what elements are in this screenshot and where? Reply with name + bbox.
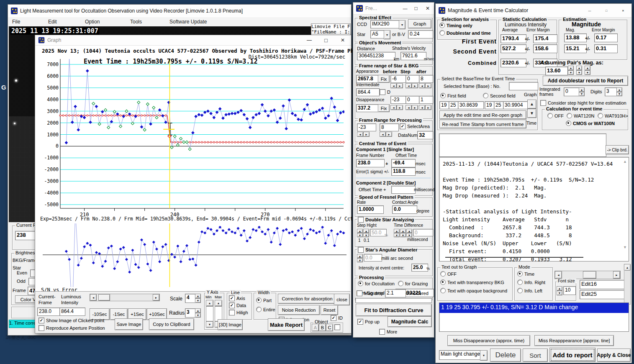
object-c-button[interactable]: C: [326, 324, 333, 331]
task-strip-item[interactable]: 1. Time corre: [9, 320, 36, 328]
selected-frame-field[interactable]: [509, 82, 538, 90]
right-vscroll-up[interactable]: ▲: [624, 264, 631, 271]
time2-s-field[interactable]: 30.9904: [503, 101, 529, 109]
range-end-left[interactable]: ◄: [380, 132, 386, 137]
range-start-left[interactable]: ◄: [357, 132, 363, 137]
dis-after-left[interactable]: ◄: [419, 105, 425, 110]
wat910h-radio[interactable]: WAT910H>: [598, 113, 628, 118]
after-field[interactable]: 8: [419, 75, 433, 83]
more-checkbox[interactable]: ✓More: [379, 329, 397, 335]
scroll-left-icon[interactable]: ◄: [92, 296, 95, 299]
ymin-up-button[interactable]: ▲: [206, 300, 213, 306]
step-field[interactable]: 0: [406, 75, 420, 83]
velocity-field[interactable]: 7921.6: [400, 52, 426, 60]
angular-field[interactable]: 0.0: [364, 254, 382, 261]
mode-time-radio[interactable]: Time: [517, 271, 534, 277]
edit25-field[interactable]: Edit25: [580, 290, 625, 299]
selectarea-checkbox[interactable]: ✓SelectArea: [400, 123, 430, 129]
datanum-field[interactable]: 32: [417, 131, 433, 139]
double-star-checkbox[interactable]: ✓Double Star Analyzing: [357, 217, 415, 223]
angular-up[interactable]: ▲: [357, 254, 363, 258]
doublestar-time-radio[interactable]: Doublestar and time: [439, 30, 491, 36]
minimize-icon[interactable]: —: [301, 35, 318, 45]
report-text-area[interactable]: 2025-11-13 / (1044)Teutonia / UCAC4 577-…: [439, 157, 629, 261]
before-right[interactable]: ►: [397, 83, 403, 88]
second-field-radio[interactable]: Second field: [483, 93, 516, 98]
steph01-down[interactable]: ▼: [363, 233, 369, 237]
delete-button[interactable]: Delete: [490, 349, 521, 362]
font-up[interactable]: ▲: [557, 286, 562, 291]
dis-step-left[interactable]: ◄: [406, 105, 412, 110]
offset-time2-field[interactable]: [391, 186, 416, 194]
maximize-icon[interactable]: □: [411, 3, 421, 14]
dis-step-field[interactable]: 0: [406, 96, 420, 104]
aux-text-box[interactable]: [439, 133, 606, 157]
main-titlebar[interactable]: Light Measurement tool for Occultation O…: [8, 5, 351, 18]
make-report-button[interactable]: Make Report: [268, 318, 305, 331]
range-end-field[interactable]: 8: [380, 123, 399, 131]
magnitude-calc-button[interactable]: Magnitude Calc: [388, 316, 432, 327]
mode-info-right-radio[interactable]: Info. Right: [517, 279, 545, 285]
popup-checkbox[interactable]: ✓Pop up: [357, 319, 380, 325]
dis-before-field[interactable]: -23: [390, 96, 406, 104]
scroll-left-icon[interactable]: ◄: [557, 274, 560, 277]
fix-appearance-button[interactable]: Fix: [378, 75, 390, 83]
integrated-up[interactable]: ▲: [579, 87, 585, 92]
mag-err2-field[interactable]: 0.31: [594, 44, 618, 53]
report-hscroll-line[interactable]: [445, 257, 583, 258]
menu-file[interactable]: File: [12, 19, 20, 25]
bv-field[interactable]: 0.24: [408, 30, 433, 38]
close-icon[interactable]: ✕: [615, 4, 631, 17]
steph01-up[interactable]: ▲: [363, 229, 369, 233]
maximize-icon[interactable]: □: [598, 4, 615, 17]
td1-down[interactable]: ▼: [394, 233, 400, 237]
apply-close-button[interactable]: Apply & Close: [597, 349, 631, 362]
graph-luminous-intensity[interactable]: 864.4: [59, 308, 85, 316]
angular-down[interactable]: ▼: [357, 258, 363, 262]
cmos-radio[interactable]: CMOS or WAT100N: [566, 120, 615, 126]
right-vscroll-track[interactable]: [624, 270, 631, 305]
dis-before-left[interactable]: ◄: [390, 105, 397, 110]
consider-step-checkbox[interactable]: ✓Consider step hight for time estimation: [540, 100, 626, 106]
intensity-centre-field[interactable]: 25.0: [411, 264, 428, 272]
mag-err1-field[interactable]: 0.17: [594, 33, 618, 42]
scroll-right-icon[interactable]: ►: [155, 296, 158, 299]
fix-disappearance-button[interactable]: Fix: [378, 104, 390, 112]
textout-transparent-radio[interactable]: Text with transparency BKG: [440, 279, 504, 285]
step-hight-field[interactable]: 50.0: [370, 229, 387, 236]
range-end-right[interactable]: ►: [386, 132, 392, 137]
central-frame-field[interactable]: 238.0: [356, 159, 385, 167]
radius-up[interactable]: ▲: [195, 308, 201, 313]
td2-down[interactable]: ▼: [400, 233, 406, 237]
object-checkbox[interactable]: ✓: [334, 324, 340, 330]
menu-software-update[interactable]: Software Update: [169, 19, 207, 25]
ymin-down-button[interactable]: ▼: [206, 321, 213, 328]
digits-down[interactable]: ▼: [616, 92, 622, 97]
td3-up[interactable]: ▲: [406, 229, 412, 233]
3d-image-button[interactable]: [3D] Image: [218, 319, 243, 330]
for-grazing-radio[interactable]: for Grazing: [398, 281, 428, 286]
d-checkbox[interactable]: ✓D: [380, 89, 390, 95]
miss-disappearance-button[interactable]: Miss Disappearance (approx. time): [447, 335, 530, 346]
correction-absorption-button[interactable]: Correction for absorption: [278, 294, 336, 304]
angular-diameter-checkbox[interactable]: ✓Star's Angular Diameter: [357, 247, 418, 253]
frame-scrollbar[interactable]: ◄ ►: [90, 294, 160, 301]
edit16-field[interactable]: Edit16: [580, 280, 625, 289]
object-a-button[interactable]: A: [312, 324, 319, 331]
pair-down3[interactable]: ▼: [585, 70, 590, 75]
steph1-up[interactable]: ▲: [357, 229, 363, 233]
intermediate-field[interactable]: 864.4: [356, 88, 380, 96]
before-field[interactable]: -6: [390, 75, 406, 83]
steph1-down[interactable]: ▼: [357, 233, 363, 237]
light-change-select[interactable]: Main light change: [439, 350, 483, 360]
axis-checkbox[interactable]: ✓Axis: [229, 295, 245, 301]
font-size-field[interactable]: 10: [563, 286, 576, 295]
save-image-button[interactable]: Save Image: [115, 318, 143, 330]
mag-drop-field[interactable]: 2.1: [385, 289, 406, 297]
add-doublestar-button[interactable]: Add doublestar result to Report: [543, 76, 628, 86]
timing-only-radio[interactable]: Timing only: [439, 23, 472, 28]
range-start-right[interactable]: ►: [363, 132, 370, 137]
star-dropdown-button[interactable]: ▼: [384, 30, 390, 39]
dis-after-field[interactable]: 1: [419, 96, 433, 104]
time-difference-field[interactable]: 0: [413, 229, 433, 236]
